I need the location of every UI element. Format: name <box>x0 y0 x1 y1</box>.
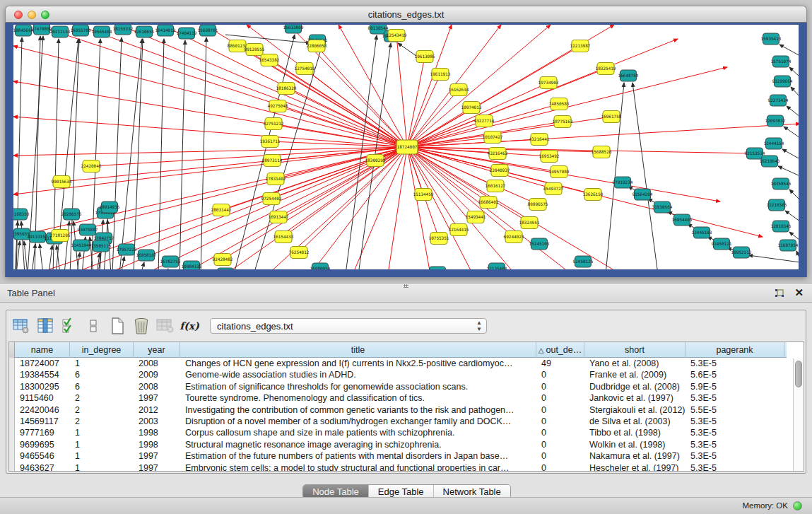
svg-text:92273434: 92273434 <box>768 98 789 103</box>
svg-text:18724007: 18724007 <box>397 144 418 149</box>
svg-text:20211133: 20211133 <box>50 29 71 34</box>
sort-ascending-icon: △ <box>539 346 544 354</box>
table-selector-dropdown[interactable]: citations_edges.txt ▲▼ <box>210 318 487 334</box>
svg-text:16210643: 16210643 <box>760 158 780 163</box>
close-panel-icon[interactable]: ✕ <box>794 286 804 299</box>
svg-text:10755351: 10755351 <box>429 235 449 240</box>
column-header-short[interactable]: short <box>584 342 686 358</box>
table-row[interactable]: 2242004622012Investigating the contribut… <box>9 404 787 416</box>
table-row[interactable]: 977716911998Corpus callosum shape and si… <box>9 427 787 438</box>
column-header-name[interactable]: name <box>15 342 70 358</box>
rows-icon[interactable] <box>83 316 104 336</box>
cell-title: Genome-wide association studies in ADHD. <box>180 369 536 380</box>
table-vertical-scrollbar[interactable] <box>793 358 804 472</box>
cell-short: Hescheler et al. (1997) <box>584 462 686 472</box>
svg-text:18845664: 18845664 <box>13 28 34 33</box>
svg-text:18300295: 18300295 <box>365 158 386 163</box>
svg-text:93299664: 93299664 <box>772 78 793 83</box>
table-settings-icon[interactable] <box>11 316 32 336</box>
table-row[interactable]: 1872400712008Changes of HCN gene express… <box>9 358 787 369</box>
svg-text:18325419: 18325419 <box>596 66 616 71</box>
cell-out_de: 0 <box>536 404 584 416</box>
clear-table-disabled-icon <box>155 316 176 336</box>
svg-text:43216462: 43216462 <box>488 151 508 156</box>
svg-text:10952113: 10952113 <box>731 250 752 255</box>
column-header-title[interactable]: title <box>180 342 536 358</box>
svg-text:16989954: 16989954 <box>310 266 331 269</box>
cell-in_degree: 1 <box>70 462 134 472</box>
table-row[interactable]: 911546021997Tourette syndrome. Phenomeno… <box>9 392 787 404</box>
new-document-icon[interactable] <box>107 316 128 336</box>
svg-text:15608701: 15608701 <box>198 28 218 33</box>
svg-text:15493441: 15493441 <box>466 214 486 219</box>
svg-text:18324551: 18324551 <box>519 220 540 225</box>
cell-title: Estimation of significance thresholds fo… <box>180 381 536 392</box>
table-row[interactable]: 946362711997Embryonic stem cells: a mode… <box>9 462 787 472</box>
memory-ok-indicator-icon <box>793 501 802 510</box>
cell-out_de: 49 <box>536 358 584 369</box>
svg-text:17470809: 17470809 <box>32 26 52 31</box>
row-gutter <box>9 427 15 438</box>
svg-text:16782753: 16782753 <box>160 259 181 264</box>
svg-text:69244023: 69244023 <box>504 234 524 239</box>
svg-text:11607954: 11607954 <box>778 243 799 247</box>
column-header-out_de[interactable]: △out_de… <box>536 342 584 358</box>
svg-text:45493727: 45493727 <box>543 186 564 191</box>
cell-short: Yano et al. (2008) <box>584 358 686 369</box>
cell-title: Investigating the contribution of common… <box>180 404 536 416</box>
svg-text:15688520: 15688520 <box>592 149 612 154</box>
cell-pagerank: 5.3E-5 <box>686 416 784 427</box>
window-titlebar[interactable]: citations_edges.txt <box>5 6 807 23</box>
cell-out_de: 0 <box>536 439 584 450</box>
column-header-year[interactable]: year <box>134 342 180 358</box>
cell-short: Dudbridge et al. (2008) <box>584 381 686 392</box>
function-fx-icon[interactable]: f(x) <box>179 316 200 336</box>
cell-in_degree: 1 <box>70 439 134 450</box>
svg-text:12543419: 12543419 <box>387 33 407 37</box>
select-all-checks-icon[interactable] <box>59 316 80 336</box>
table-row[interactable]: 1456911722003Disruption of a novel membe… <box>9 416 787 427</box>
cell-year: 1997 <box>134 462 180 472</box>
svg-text:99015634: 99015634 <box>52 179 72 184</box>
cell-in_degree: 1 <box>70 427 134 438</box>
scrollbar-thumb[interactable] <box>795 361 802 387</box>
cell-in_degree: 6 <box>70 381 134 392</box>
cell-in_degree: 2 <box>70 404 134 416</box>
cell-year: 2003 <box>134 416 180 427</box>
column-header-in_degree[interactable]: in_degree <box>70 342 134 358</box>
table-row[interactable]: 969969511998Structural magnetic resonanc… <box>9 439 787 450</box>
cell-year: 2008 <box>134 358 180 369</box>
network-canvas[interactable]: 1884566417470809202111331605570919565404… <box>13 25 799 269</box>
svg-text:76254012: 76254012 <box>289 250 310 255</box>
network-view-frame: 1884566417470809202111331605570919565404… <box>5 23 807 277</box>
svg-text:43227714: 43227714 <box>474 118 495 123</box>
svg-text:18155332: 18155332 <box>113 26 134 31</box>
table-row[interactable]: 1830029562008Estimation of significance … <box>9 381 787 392</box>
table-row[interactable]: 1938455462009Genome-wide association stu… <box>9 369 787 380</box>
cell-name: 9463627 <box>15 462 70 472</box>
cell-year: 2009 <box>134 369 180 380</box>
cell-name: 9777169 <box>15 427 70 438</box>
cell-pagerank: 5.5E-5 <box>686 404 784 416</box>
float-panel-icon[interactable] <box>774 288 785 299</box>
cell-short: Nakamura et al. (1997) <box>584 450 686 462</box>
svg-text:17831402: 17831402 <box>266 176 286 181</box>
row-gutter <box>9 392 15 404</box>
svg-text:12610651: 12610651 <box>134 29 155 34</box>
svg-text:16958107: 16958107 <box>136 252 157 257</box>
cell-short: Franke et al. (2009) <box>584 369 686 380</box>
cell-out_de: 0 <box>536 450 584 462</box>
cell-name: 14569117 <box>15 416 70 427</box>
panel-drag-grip[interactable] <box>404 284 408 288</box>
cell-year: 1998 <box>134 439 180 450</box>
cell-title: Tourette syndrome. Phenomenology and cla… <box>180 392 536 404</box>
dropdown-arrows-icon: ▲▼ <box>476 320 482 332</box>
svg-text:12010345: 12010345 <box>771 223 792 228</box>
column-select-icon[interactable] <box>35 316 56 336</box>
column-header-pagerank[interactable]: pagerank <box>686 342 784 358</box>
table-row[interactable]: 946554611997Estimation of the future num… <box>9 450 787 462</box>
cell-title: Disruption of a novel member of a sodium… <box>180 416 536 427</box>
svg-text:91564204: 91564204 <box>632 192 653 197</box>
delete-trash-icon[interactable] <box>131 316 152 336</box>
svg-text:18186328: 18186328 <box>276 86 297 90</box>
